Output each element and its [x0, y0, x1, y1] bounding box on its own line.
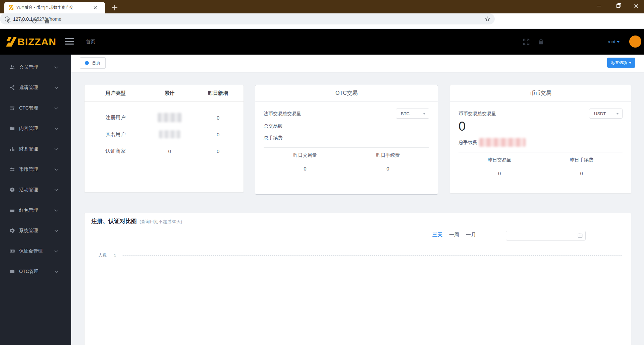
col-user-type: 用户类型: [85, 90, 147, 96]
sidebar-item-margin[interactable]: 保证金管理: [0, 241, 71, 261]
chart-bar-icon: [9, 146, 15, 152]
window-minimize-button[interactable]: [591, 0, 607, 12]
date-range-picker[interactable]: [506, 231, 586, 240]
chevron-down-icon: [54, 148, 58, 150]
navbar-home-link[interactable]: 首页: [86, 29, 95, 55]
calendar-icon: [578, 233, 583, 238]
app-logo[interactable]: BIZZAN: [6, 29, 56, 55]
back-icon[interactable]: [5, 17, 13, 25]
table-row: 认证商家 0 0: [85, 143, 244, 159]
user-stats-header-row: 用户类型 累计 昨日新增: [85, 85, 244, 102]
gridline: [122, 255, 622, 256]
col-total: 累计: [147, 90, 193, 96]
menu-toggle-icon[interactable]: [65, 38, 74, 46]
redacted-value: [159, 130, 180, 138]
browser-toolbar: 127.0.0.1:9527/#/home S New 贤军: [0, 13, 644, 29]
tag-tab-home[interactable]: 首页: [80, 57, 106, 69]
sidebar-item-system[interactable]: 系统管理: [0, 220, 71, 241]
app-navbar: BIZZAN 首页 root: [0, 29, 644, 55]
fullscreen-icon[interactable]: [523, 38, 530, 46]
share-icon: [9, 85, 15, 90]
chevron-down-icon: [54, 229, 58, 232]
browser-tab[interactable]: 管理后台 - 币严|全球数字资产交: [4, 2, 105, 13]
spot-volume-value: 0: [459, 119, 623, 133]
url-text: 127.0.0.1:9527/#/home: [13, 16, 484, 22]
sidebar-item-ctc[interactable]: CTC管理: [0, 98, 71, 118]
otc-yesterday-volume-value: 0: [264, 166, 346, 171]
y-axis-tick: 1: [114, 253, 116, 258]
sidebar-item-finance[interactable]: 财务管理: [0, 139, 71, 159]
lock-icon[interactable]: [537, 38, 545, 46]
window-restore-button[interactable]: [610, 0, 626, 12]
bookmark-star-icon[interactable]: [484, 16, 491, 22]
divider: [264, 147, 429, 148]
period-3days[interactable]: 三天: [432, 232, 442, 238]
active-tag-dot-icon: [85, 61, 89, 65]
spot-volume-label: 币币交易总交易量: [459, 109, 496, 118]
chevron-down-icon: [54, 189, 58, 191]
bizzan-logo-icon: [6, 37, 16, 47]
otc-trade-card: OTC交易 法币交易总交易量 BTC 总交易额 总手续费 昨日交易量 昨日手续费…: [255, 85, 438, 195]
wallet-icon: [9, 207, 15, 213]
chevron-down-icon: [54, 168, 58, 171]
col-yesterday: 昨日新增: [193, 90, 244, 96]
otc-card-title: OTC交易: [255, 85, 438, 102]
period-1month[interactable]: 一月: [466, 232, 476, 238]
reload-icon[interactable]: [30, 17, 38, 25]
period-selector: 三天 一周 一月: [432, 232, 483, 238]
otc-yesterday-volume-label: 昨日交易量: [264, 152, 346, 158]
y-axis-label: 人数: [98, 252, 107, 258]
chevron-down-icon: [54, 107, 58, 110]
sidebar-item-content[interactable]: 内容管理: [0, 118, 71, 139]
chevron-down-icon: [617, 41, 620, 44]
spot-card-title: 币币交易: [450, 85, 631, 102]
table-row: 注册用户 0: [85, 109, 244, 126]
spot-yesterday-fee-label: 昨日手续费: [541, 157, 623, 163]
home-icon[interactable]: [43, 17, 51, 25]
tag-options-button[interactable]: 标签选项: [607, 58, 635, 68]
chevron-down-icon: [629, 62, 632, 65]
username: root: [608, 39, 615, 44]
cube-icon: [9, 187, 15, 193]
chevron-down-icon: [54, 270, 58, 273]
spot-yesterday-volume-label: 昨日交易量: [459, 157, 541, 163]
sliders-icon: [9, 166, 15, 172]
period-1week[interactable]: 一周: [449, 232, 459, 238]
spot-fee-label: 总手续费: [459, 138, 477, 147]
users-icon: [9, 64, 15, 70]
bizzan-favicon: [8, 5, 14, 10]
spot-trade-card: 币币交易 币币交易总交易量 USDT 0 总手续费 昨日交易量 昨日手续费 0 …: [450, 85, 631, 194]
new-tab-button[interactable]: [111, 4, 119, 12]
tab-close-icon[interactable]: [92, 5, 98, 11]
logo-text: BIZZAN: [17, 36, 56, 48]
date-range-input[interactable]: [509, 231, 578, 240]
folder-icon: [9, 126, 15, 131]
redacted-value: [158, 113, 182, 122]
window-close-button[interactable]: [629, 0, 644, 12]
chevron-down-icon: [423, 113, 426, 116]
sidebar-item-activity[interactable]: 活动管理: [0, 180, 71, 200]
sidebar-item-invites[interactable]: 邀请管理: [0, 77, 71, 98]
user-avatar[interactable]: [629, 36, 641, 48]
exchange-icon: [9, 105, 15, 111]
otc-currency-select[interactable]: BTC: [396, 109, 429, 119]
sidebar-item-members[interactable]: 会员管理: [0, 57, 71, 77]
tab-title: 管理后台 - 币严|全球数字资产交: [16, 5, 91, 10]
chevron-down-icon: [54, 209, 58, 212]
otc-total-amount-label: 总交易额: [264, 122, 429, 130]
table-row: 实名用户 0: [85, 126, 244, 143]
screen: 管理后台 - 币严|全球数字资产交 127.0.0.1:952: [0, 0, 644, 345]
chart-title: 注册、认证对比图: [91, 217, 137, 225]
gear-icon: [9, 228, 15, 233]
sidebar-item-redpacket[interactable]: 红包管理: [0, 200, 71, 220]
spot-currency-select[interactable]: USDT: [589, 109, 623, 119]
redacted-value: [479, 138, 526, 147]
sidebar-item-spot[interactable]: 币币管理: [0, 159, 71, 180]
user-menu[interactable]: root: [608, 29, 620, 55]
chevron-down-icon: [616, 113, 619, 116]
otc-volume-label: 法币交易总交易量: [264, 109, 301, 118]
sidebar: 会员管理 邀请管理 CTC管理 内容管理: [0, 55, 71, 345]
sidebar-item-otc[interactable]: OTC管理: [0, 261, 71, 282]
address-bar[interactable]: 127.0.0.1:9527/#/home: [0, 13, 495, 24]
forward-icon[interactable]: [17, 17, 25, 25]
